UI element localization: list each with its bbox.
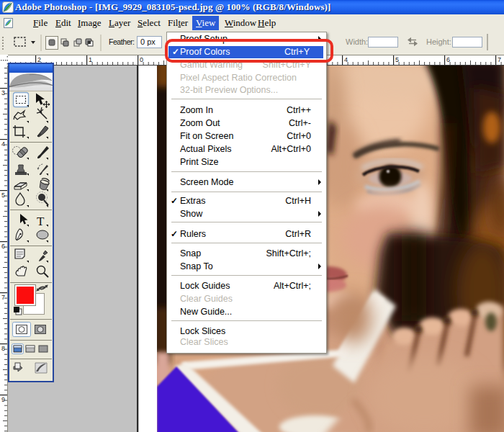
svg-text:7: 7	[498, 56, 501, 63]
svg-text:0 px: 0 px	[140, 37, 156, 46]
svg-text:0: 0	[140, 56, 143, 63]
svg-text:Width:: Width:	[346, 37, 368, 46]
svg-text:2: 2	[37, 56, 41, 63]
svg-text:4: 4	[344, 56, 348, 63]
svg-text:3: 3	[1, 89, 5, 96]
svg-text:Feather:: Feather:	[109, 37, 135, 46]
svg-text:6: 6	[1, 243, 5, 250]
svg-text:T: T	[37, 215, 45, 228]
svg-text:6: 6	[446, 56, 450, 63]
svg-text:5: 5	[395, 56, 399, 63]
svg-text:4: 4	[1, 140, 5, 148]
svg-text:1: 1	[89, 56, 92, 63]
svg-text:5: 5	[1, 192, 5, 199]
svg-text:7: 7	[1, 294, 5, 301]
svg-text:Height:: Height:	[426, 37, 451, 46]
svg-text:9: 9	[1, 396, 5, 403]
svg-text:8: 8	[1, 345, 5, 352]
